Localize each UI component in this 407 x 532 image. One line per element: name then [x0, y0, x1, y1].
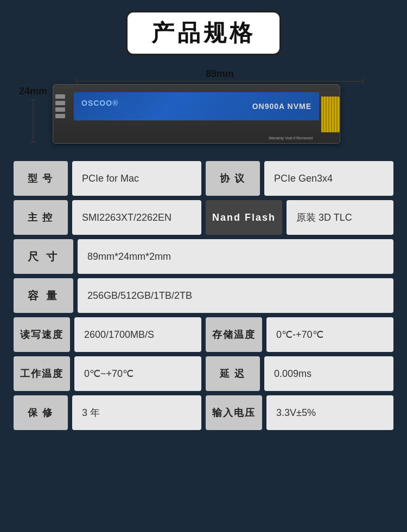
spec-label-2: 尺 寸 [14, 239, 73, 274]
spec-label-left-6: 保 修 [14, 395, 68, 430]
dimension-top: 89mm [52, 68, 388, 82]
title-box: 产品规格 [126, 11, 281, 55]
spec-row-2: 尺 寸89mm*24mm*2mm [14, 239, 393, 274]
spec-pair-right-4: 存储温度0℃-+70℃ [206, 317, 393, 352]
model-name: ON900A NVME [252, 102, 311, 111]
spec-pair-right-6: 输入电压3.3V±5% [206, 395, 393, 430]
brand-name: OSCOO® [81, 99, 118, 113]
spec-label-left-0: 型 号 [14, 161, 68, 196]
ssd-notches [53, 94, 65, 118]
spec-pair-right-1: Nand Flash原装 3D TLC [206, 200, 393, 235]
spec-pair-right-5: 延 迟0.009ms [206, 356, 393, 391]
spec-pair-left-1: 主 控SMI2263XT/2262EN [14, 200, 201, 235]
notch-4 [55, 114, 65, 118]
spec-value-left-1: SMI2263XT/2262EN [72, 200, 201, 235]
spec-row-6: 保 修3 年输入电压3.3V±5% [14, 395, 393, 430]
spec-value-right-0: PCIe Gen3x4 [264, 161, 393, 196]
page-title: 产品规格 [151, 20, 256, 46]
spec-label-right-4: 存储温度 [206, 317, 262, 352]
spec-value-right-4: 0℃-+70℃ [266, 317, 393, 352]
spec-divider-0 [201, 161, 206, 196]
spec-divider-4 [201, 317, 206, 352]
spec-label-3: 容 量 [14, 278, 73, 313]
spec-value-left-5: 0℃~+70℃ [74, 356, 201, 391]
notch-1 [55, 94, 65, 99]
product-image-section: 89mm 24mm OSCOO® [19, 68, 388, 144]
spec-value-2: 89mm*24mm*2mm [78, 239, 393, 274]
ssd-row: 24mm OSCOO® ON900A NVME [19, 84, 388, 144]
spec-value-right-1: 原装 3D TLC [287, 200, 393, 235]
spec-label-right-5: 延 迟 [206, 356, 260, 391]
page-wrapper: 产品规格 89mm 24mm [0, 0, 407, 451]
dimension-left: 24mm [19, 84, 47, 144]
spec-label-left-1: 主 控 [14, 200, 68, 235]
spec-pair-left-6: 保 修3 年 [14, 395, 201, 430]
spec-value-left-4: 2600/1700MB/S [74, 317, 201, 352]
spec-row-5: 工作温度0℃~+70℃延 迟0.009ms [14, 356, 393, 391]
spec-pair-left-4: 读写速度2600/1700MB/S [14, 317, 201, 352]
width-label: 89mm [206, 68, 234, 80]
spec-label-left-4: 读写速度 [14, 317, 70, 352]
spec-row-4: 读写速度2600/1700MB/S存储温度0℃-+70℃ [14, 317, 393, 352]
spec-value-3: 256GB/512GB/1TB/2TB [78, 278, 393, 313]
spec-pair-left-5: 工作温度0℃~+70℃ [14, 356, 201, 391]
brand-text: OSCOO [81, 99, 112, 107]
spec-label-right-0: 协 议 [206, 161, 260, 196]
notch-3 [55, 107, 65, 112]
spec-row-3: 容 量256GB/512GB/1TB/2TB [14, 278, 393, 313]
spec-label-left-5: 工作温度 [14, 356, 70, 391]
spec-pair-left-0: 型 号PCIe for Mac [14, 161, 201, 196]
warranty-text: Warranty Void if Removed [269, 136, 313, 140]
ssd-connector [321, 97, 340, 132]
spec-divider-1 [201, 200, 206, 235]
spec-pair-right-0: 协 议PCIe Gen3x4 [206, 161, 393, 196]
ssd-card: OSCOO® ON900A NVME Warranty Void if Remo… [53, 84, 340, 144]
ssd-blue-label: OSCOO® ON900A NVME [74, 92, 319, 120]
spec-row-1: 主 控SMI2263XT/2262ENNand Flash原装 3D TLC [14, 200, 393, 235]
notch-2 [55, 101, 65, 105]
spec-row-0: 型 号PCIe for Mac协 议PCIe Gen3x4 [14, 161, 393, 196]
spec-value-right-5: 0.009ms [264, 356, 393, 391]
spec-label-right-1: Nand Flash [206, 200, 282, 235]
spec-value-right-6: 3.3V±5% [266, 395, 393, 430]
spec-divider-6 [201, 395, 206, 430]
height-label: 24mm [19, 86, 47, 97]
brand-mark: ® [112, 99, 118, 107]
height-line [33, 99, 34, 143]
specs-table: 型 号PCIe for Mac协 议PCIe Gen3x4主 控SMI2263X… [14, 161, 393, 434]
spec-label-right-6: 输入电压 [206, 395, 262, 430]
spec-value-left-6: 3 年 [72, 395, 201, 430]
spec-value-left-0: PCIe for Mac [72, 161, 201, 196]
width-line [76, 81, 364, 82]
spec-divider-5 [201, 356, 206, 391]
